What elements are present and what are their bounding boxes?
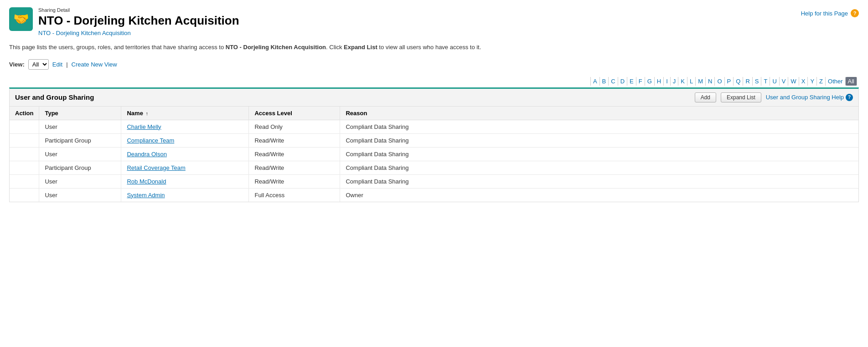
alpha-nav-item-j[interactable]: J [671,77,679,86]
cell-type-1: Participant Group [39,133,121,147]
alpha-nav-item-i[interactable]: I [664,77,671,86]
cell-access-1: Read/Write [249,133,340,147]
section-help-link[interactable]: User and Group Sharing Help ? [766,94,853,101]
alpha-nav-item-m[interactable]: M [696,77,706,86]
alpha-nav-item-p[interactable]: P [725,77,734,86]
header-text: Sharing Detail NTO - Dorjeling Kitchen A… [38,7,239,36]
name-link-0[interactable]: Charlie Melly [127,123,161,130]
handshake-icon: 🤝 [13,13,29,26]
col-header-action: Action [10,107,39,120]
help-link-area: Help for this Page ? [801,7,859,17]
help-for-page-link[interactable]: Help for this Page [801,10,848,17]
cell-action-4 [10,174,39,188]
section-header: User and Group Sharing Add Expand List U… [10,89,858,107]
alpha-nav-item-t[interactable]: T [761,77,770,86]
table-header-row: Action Type Name ↑ Access Level Reason [10,107,858,120]
cell-reason-4: Compliant Data Sharing [340,174,858,188]
alpha-nav-item-h[interactable]: H [655,77,664,86]
col-header-access: Access Level [249,107,340,120]
alpha-nav-item-w[interactable]: W [788,77,799,86]
alpha-nav-item-d[interactable]: D [618,77,627,86]
alpha-nav-item-other[interactable]: Other [826,77,846,86]
cell-reason-1: Compliant Data Sharing [340,133,858,147]
alpha-nav-item-n[interactable]: N [706,77,715,86]
section-help-icon: ? [846,94,853,101]
name-link-1[interactable]: Compliance Team [127,137,174,144]
cell-name-3: Retail Coverage Team [121,161,249,174]
alpha-nav-item-y[interactable]: Y [808,77,817,86]
table-row: Participant GroupRetail Coverage TeamRea… [10,161,858,174]
description-expand-text: Expand List [344,44,377,51]
app-logo: 🤝 [9,7,33,31]
cell-name-2: Deandra Olson [121,147,249,161]
description-part1: This page lists the users, groups, roles… [9,44,226,51]
cell-type-4: User [39,174,121,188]
expand-list-button[interactable]: Expand List [721,92,761,102]
header-left: 🤝 Sharing Detail NTO - Dorjeling Kitchen… [9,7,239,36]
cell-access-4: Read/Write [249,174,340,188]
sharing-section: User and Group Sharing Add Expand List U… [9,87,859,202]
breadcrumb-link[interactable]: NTO - Dorjeling Kitchen Acquisition [38,30,239,36]
section-header-right: Add Expand List User and Group Sharing H… [695,92,853,102]
name-link-2[interactable]: Deandra Olson [127,151,166,158]
description-text: This page lists the users, groups, roles… [9,43,556,52]
cell-action-0 [10,120,39,133]
col-header-reason: Reason [340,107,858,120]
col-name-label: Name [127,110,143,117]
alpha-nav-item-z[interactable]: Z [817,77,826,86]
help-icon[interactable]: ? [851,9,859,17]
alpha-nav-item-q[interactable]: Q [734,77,743,86]
name-link-4[interactable]: Rob McDonald [127,178,166,185]
cell-name-5: System Admin [121,188,249,202]
alpha-nav-item-e[interactable]: E [627,77,636,86]
cell-access-0: Read Only [249,120,340,133]
col-header-name: Name ↑ [121,107,249,120]
alpha-nav-item-o[interactable]: O [715,77,724,86]
alpha-nav-item-x[interactable]: X [799,77,808,86]
cell-name-4: Rob McDonald [121,174,249,188]
table-row: UserDeandra OlsonRead/WriteCompliant Dat… [10,147,858,161]
name-link-5[interactable]: System Admin [127,192,165,199]
table-row: Participant GroupCompliance TeamRead/Wri… [10,133,858,147]
description-record-name: NTO - Dorjeling Kitchen Acquisition [226,44,326,51]
alpha-nav-item-r[interactable]: R [743,77,752,86]
sharing-detail-label: Sharing Detail [38,7,239,13]
alpha-nav-item-k[interactable]: K [678,77,687,86]
section-title: User and Group Sharing [15,93,94,101]
create-new-view-link[interactable]: Create New View [72,61,117,68]
add-button[interactable]: Add [695,92,716,102]
cell-action-1 [10,133,39,147]
view-separator: | [66,61,67,68]
cell-access-2: Read/Write [249,147,340,161]
alpha-nav-item-l[interactable]: L [687,77,696,86]
cell-type-5: User [39,188,121,202]
view-select[interactable]: All [28,59,49,70]
alpha-nav-item-v[interactable]: V [780,77,789,86]
cell-name-0: Charlie Melly [121,120,249,133]
alpha-nav-item-c[interactable]: C [609,77,618,86]
sharing-table: Action Type Name ↑ Access Level Reason U… [10,107,858,202]
cell-reason-5: Owner [340,188,858,202]
alpha-nav-item-all[interactable]: All [846,77,857,86]
alpha-nav-item-u[interactable]: U [770,77,779,86]
alpha-nav-item-a[interactable]: A [590,77,600,86]
sort-icon[interactable]: ↑ [146,111,149,116]
cell-type-2: User [39,147,121,161]
cell-action-3 [10,161,39,174]
view-label: View: [9,61,25,68]
name-link-3[interactable]: Retail Coverage Team [127,164,185,171]
cell-action-2 [10,147,39,161]
alpha-nav-item-b[interactable]: B [600,77,609,86]
cell-action-5 [10,188,39,202]
cell-name-1: Compliance Team [121,133,249,147]
alpha-nav-item-g[interactable]: G [645,77,655,86]
alpha-nav-item-s[interactable]: S [753,77,762,86]
view-edit-link[interactable]: Edit [52,61,62,68]
table-row: UserSystem AdminFull AccessOwner [10,188,858,202]
description-part2: . Click [326,44,344,51]
cell-reason-0: Compliant Data Sharing [340,120,858,133]
section-help-link-text: User and Group Sharing Help [766,94,844,101]
page-title: NTO - Dorjeling Kitchen Acquisition [38,14,239,28]
cell-type-0: User [39,120,121,133]
alpha-nav-item-f[interactable]: F [636,77,645,86]
